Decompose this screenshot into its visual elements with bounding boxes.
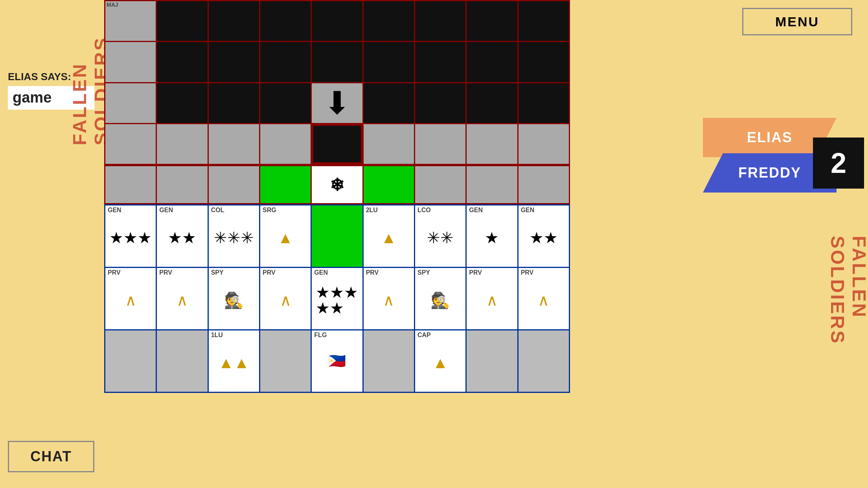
enemy-cell [260,124,311,164]
cell-icon-prv2: ∧ [177,292,188,308]
cell-icon-gen1: ★ [485,230,499,246]
player-cell-gen3[interactable]: GEN ★★★ [105,205,156,267]
cell-rank-1lu: 1LU [211,332,223,338]
cell-rank-gen1: GEN [469,207,483,213]
player-cell-gen2b[interactable]: GEN ★★ [519,205,569,267]
chat-button[interactable]: CHAT [8,441,94,472]
player-cell-prv6[interactable]: PRV ∧ [519,268,569,329]
player-cell-2lu[interactable]: 2LU ▲ [364,205,414,267]
enemy-cell [364,42,414,82]
cell-rank-gen5star: GEN [314,270,328,276]
enemy-cell [260,83,311,123]
player-cell-col[interactable]: COL ✳✳✳ [209,205,259,267]
cell-icon-gen2b: ★★ [530,230,558,246]
cell-rank-prv2: PRV [159,270,172,276]
player-cell-lco[interactable]: LCO ✳✳ [415,205,465,267]
cell-icon-gen2a: ★★ [168,230,196,246]
enemy-cell [209,83,259,123]
enemy-zone: ⬇ [104,0,570,165]
enemy-cell [209,42,259,82]
enemy-cell [519,42,569,82]
player-cell-srg[interactable]: SRG ▲ [260,205,311,267]
cell-rank-spy2: SPY [417,270,430,276]
cell-icon-lco: ✳✳ [427,230,454,246]
cell-icon-2lu: ▲ [381,230,397,246]
enemy-cell [260,42,311,82]
player-cell-empty3 [260,330,311,392]
fallen-soldiers-right: FALLEN SOLDIERS [837,236,860,393]
target-cell[interactable] [312,124,362,164]
enemy-cell [260,1,311,41]
enemy-cell [467,42,517,82]
score-number: 2 [813,138,864,189]
div-cell [157,166,207,203]
cell-rank-gen2b: GEN [521,207,535,213]
div-cell-maj: MAJ ❄ [312,166,362,203]
player-cell-prv2[interactable]: PRV ∧ [157,268,207,329]
player-zone: GEN ★★★ GEN ★★ COL ✳✳✳ SRG ▲ 2LU ▲ LCO ✳… [104,204,570,393]
div-cell-green [260,166,311,203]
enemy-cell [312,1,362,41]
cell-icon-gen3: ★★★ [109,230,152,246]
enemy-cell [519,124,569,164]
cell-rank-cap: CAP [417,332,431,338]
cell-rank-gen2a: GEN [159,207,173,213]
div-cell [467,166,517,203]
cell-icon-prv3: ∧ [280,292,291,308]
div-cell-green [364,166,414,203]
cell-icon-prv1: ∧ [125,292,136,308]
player-cell-prv1[interactable]: PRV ∧ [105,268,156,329]
player-cell-empty2 [157,330,207,392]
enemy-cell [364,124,414,164]
cell-icon-prv4: ∧ [383,292,394,308]
cell-rank-srg: SRG [263,207,276,213]
enemy-cell [415,124,465,164]
cell-icon-1lu: ▲▲ [218,355,249,371]
div-cell [209,166,259,203]
enemy-cell [415,42,465,82]
player-cell-cap[interactable]: CAP ▲ [415,330,465,392]
enemy-cell [105,124,156,164]
player-cell-gen2a[interactable]: GEN ★★ [157,205,207,267]
enemy-cell [467,83,517,123]
enemy-cell [157,124,207,164]
player-cell-empty4 [364,330,414,392]
player-cell-spy2[interactable]: SPY 🕵 [415,268,465,329]
enemy-cell [415,83,465,123]
cell-icon-prv6: ∧ [538,292,549,308]
div-cell [415,166,465,203]
player-cell-empty5 [467,330,517,392]
player-cell-prv5[interactable]: PRV ∧ [467,268,517,329]
player-cell-spy1[interactable]: SPY 🕵 [209,268,259,329]
cell-rank-flg: FLG [314,332,327,338]
player-cell-prv3[interactable]: PRV ∧ [260,268,311,329]
player-cell-flg[interactable]: FLG 🇵🇭 [312,330,362,392]
divider-zone: MAJ ❄ [104,165,570,204]
enemy-cell [157,1,207,41]
enemy-cell [209,1,259,41]
div-cell [519,166,569,203]
player-cell-empty6 [519,330,569,392]
cell-rank-prv5: PRV [469,270,482,276]
enemy-cell [519,83,569,123]
cell-rank-prv1: PRV [108,270,121,276]
enemy-cell [467,1,517,41]
enemy-cell [105,42,156,82]
cell-icon-prv5: ∧ [486,292,498,308]
right-panel: MENU ELIAS 2 FREDDY FALLEN SOLDIERS [570,0,868,488]
freddy-name: FREDDY [738,165,801,181]
fallen-soldiers-left: FALLEN SOLDIERS [79,20,102,145]
player-cell-gen1[interactable]: GEN ★ [467,205,517,267]
move-arrow: ⬇ [312,83,362,123]
enemy-cell [157,83,207,123]
enemy-cell [364,1,414,41]
menu-button[interactable]: MENU [742,8,852,35]
player-cell-1lu[interactable]: 1LU ▲▲ [209,330,259,392]
enemy-cell [467,124,517,164]
player-cell-empty1 [105,330,156,392]
player-cell-green1[interactable] [312,205,362,267]
elias-name: ELIAS [747,129,793,146]
player-cell-prv4[interactable]: PRV ∧ [364,268,414,329]
cell-rank-col: COL [211,207,224,213]
player-cell-gen5star[interactable]: GEN ★★★★★ [312,268,362,329]
